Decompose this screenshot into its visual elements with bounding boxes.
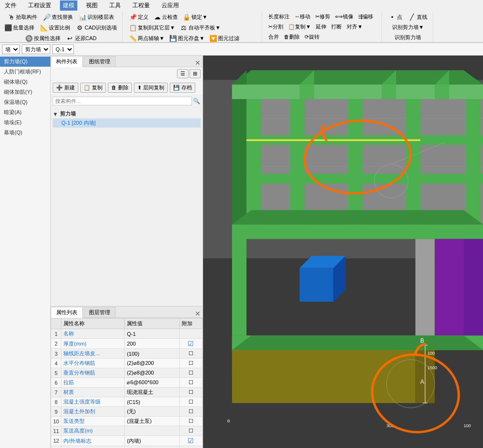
sidebar-item-masonry[interactable]: 砌体墙(Q) bbox=[0, 77, 50, 87]
prop-row-name[interactable]: 混凝土外加剂 bbox=[61, 407, 125, 417]
sidebar-item-shear-wall[interactable]: 剪力墙(Q) bbox=[0, 57, 50, 67]
prop-row-name[interactable]: 垂直分布钢筋 bbox=[61, 368, 125, 378]
prop-row-name[interactable]: 名称 bbox=[61, 329, 125, 339]
menu-cloud[interactable]: 云应用 bbox=[159, 0, 182, 11]
prop-row-checkbox[interactable]: ☐ bbox=[179, 426, 202, 436]
sidebar-item-hidden-beam[interactable]: 暗梁(A) bbox=[0, 107, 50, 117]
prop-row-value[interactable]: 混凝土墙 bbox=[125, 446, 179, 448]
prop-row-name[interactable]: 混凝土强度等级 bbox=[61, 397, 125, 407]
btn-copy-layer[interactable]: 📋复制到其它层▼ bbox=[127, 22, 177, 33]
copy-floor-btn[interactable]: ⬆ 层间复制 bbox=[134, 83, 168, 93]
tab-prop-list[interactable]: 属性列表 bbox=[51, 307, 83, 318]
btn-cloud-check[interactable]: ☁云检查 bbox=[151, 12, 180, 22]
sidebar-item-civil-defense[interactable]: 人防门框墙(RF) bbox=[0, 67, 50, 77]
prop-row-checkbox[interactable]: ☐ bbox=[179, 359, 202, 368]
component-search-input[interactable] bbox=[53, 97, 192, 105]
menu-quantity[interactable]: 工程量 bbox=[130, 0, 153, 11]
prop-row-value[interactable]: Q-1 bbox=[125, 329, 179, 339]
btn-trim[interactable]: ✂修剪 bbox=[313, 12, 333, 22]
btn-mirror[interactable]: ⟺镜像 bbox=[333, 12, 356, 22]
btn-batch-select[interactable]: ⬛批量选择 bbox=[2, 22, 37, 33]
prop-row-value[interactable]: (内墙) bbox=[125, 436, 179, 446]
prop-row-checkbox[interactable]: ☐ bbox=[179, 407, 202, 417]
prop-row-checkbox[interactable]: ☑ bbox=[179, 436, 202, 446]
btn-set-scale[interactable]: 📐设置比例 bbox=[38, 22, 73, 33]
btn-split[interactable]: ✂分割 bbox=[266, 22, 286, 32]
prop-row-checkbox[interactable]: ☐ bbox=[179, 388, 202, 397]
prop-row-name[interactable]: 拉筋 bbox=[61, 378, 125, 388]
properties-panel-close[interactable]: ✕ bbox=[193, 310, 203, 318]
menu-view[interactable]: 视图 bbox=[83, 0, 101, 11]
btn-identify-floor[interactable]: 📊识别楼层表 bbox=[76, 12, 117, 22]
prop-row-value[interactable]: (混凝土泵) bbox=[125, 417, 179, 426]
menu-file[interactable]: 文件 bbox=[2, 0, 19, 11]
prop-row-name[interactable]: 轴线距左墙皮... bbox=[61, 349, 125, 359]
btn-offset[interactable]: ⇶偏移 bbox=[356, 12, 376, 22]
btn-pick[interactable]: 🖱拾取构件 bbox=[5, 12, 40, 22]
btn-merge[interactable]: 合并 bbox=[266, 32, 281, 42]
prop-row-value[interactable] bbox=[125, 426, 179, 436]
btn-cad-options[interactable]: ⚙CAD识别选项 bbox=[73, 22, 119, 33]
prop-row-checkbox[interactable]: ☐ bbox=[179, 397, 202, 407]
component-panel-close[interactable]: ✕ bbox=[193, 59, 203, 67]
prop-row-name[interactable]: 类别 bbox=[61, 446, 125, 448]
prop-row-checkbox[interactable]: ☐ bbox=[179, 446, 202, 448]
btn-lock[interactable]: 🔒锁定▼ bbox=[180, 12, 210, 22]
btn-extend[interactable]: 延伸 bbox=[313, 22, 329, 32]
prop-row-name[interactable]: 厚度(mm) bbox=[61, 339, 125, 349]
tab-layer-mgmt[interactable]: 图层管理 bbox=[84, 307, 116, 318]
btn-move[interactable]: ↔移动 bbox=[292, 12, 313, 22]
prop-row-value[interactable]: (2)⌀8@200 bbox=[125, 368, 179, 378]
search-icon[interactable]: 🔍 bbox=[192, 97, 201, 105]
prop-row-value[interactable]: (C15) bbox=[125, 397, 179, 407]
prop-row-checkbox[interactable]: ☑ bbox=[179, 339, 202, 349]
prop-row-value[interactable]: (100) bbox=[125, 349, 179, 359]
btn-define[interactable]: 📌定义 bbox=[127, 12, 151, 22]
sidebar-item-wall-pier[interactable]: 墙垛(E) bbox=[0, 117, 50, 128]
prop-row-value[interactable]: ⌀6@600*600 bbox=[125, 378, 179, 388]
tree-child-q1[interactable]: Q-1 [200 内墙] bbox=[53, 118, 201, 128]
prop-row-value[interactable]: (2)⌀8@200 bbox=[125, 359, 179, 368]
copy-component-btn[interactable]: 📋 复制 bbox=[80, 83, 106, 93]
btn-find-replace[interactable]: 🔎查找替换 bbox=[41, 12, 75, 22]
prop-row-checkbox[interactable] bbox=[179, 329, 202, 339]
menu-build[interactable]: 建模 bbox=[60, 0, 77, 11]
prop-row-checkbox[interactable]: ☐ bbox=[179, 378, 202, 388]
btn-align[interactable]: 对齐▼ bbox=[344, 22, 365, 32]
btn-point[interactable]: •点 bbox=[386, 12, 405, 22]
new-component-btn[interactable]: ➕ 新建 bbox=[53, 83, 78, 93]
btn-length-mark[interactable]: 长度标注 bbox=[266, 12, 292, 22]
btn-line[interactable]: ╱直线 bbox=[406, 12, 430, 22]
view-list-btn[interactable]: ☰ bbox=[177, 69, 189, 78]
prop-row-name[interactable]: 水平分布钢筋 bbox=[61, 359, 125, 368]
sidebar-item-curtain[interactable]: 幕墙(Q) bbox=[0, 128, 50, 138]
btn-break[interactable]: 打断 bbox=[329, 22, 344, 32]
btn-copy[interactable]: 📋复制▼ bbox=[286, 22, 313, 32]
prop-row-name[interactable]: 内/外墙标志 bbox=[61, 436, 125, 446]
prop-row-checkbox[interactable]: ☐ bbox=[179, 417, 202, 426]
view-grid-btn[interactable]: ⊞ bbox=[190, 69, 201, 78]
prop-row-value[interactable]: (无) bbox=[125, 407, 179, 417]
sidebar-item-masonry-rebar[interactable]: 砌体加筋(Y) bbox=[0, 87, 50, 97]
prop-row-checkbox[interactable]: ☐ bbox=[179, 368, 202, 378]
type-select[interactable]: 墙 bbox=[2, 44, 20, 54]
btn-save-element[interactable]: 💾图元存盘▼ bbox=[167, 33, 207, 43]
tab-drawing-mgmt[interactable]: 图纸管理 bbox=[84, 56, 116, 67]
prop-row-value[interactable]: 现浇混凝土 bbox=[125, 388, 179, 397]
menu-tools[interactable]: 工具 bbox=[106, 0, 124, 11]
btn-identify-wall[interactable]: 识别剪力墙▼ bbox=[390, 22, 426, 32]
btn-identify-wall2[interactable]: 识别剪力墙 bbox=[392, 32, 424, 43]
prop-row-name[interactable]: 材质 bbox=[61, 388, 125, 397]
delete-component-btn[interactable]: 🗑 删除 bbox=[108, 83, 132, 93]
tab-component-list[interactable]: 构件列表 bbox=[51, 56, 83, 67]
subtype-select[interactable]: 剪力墙 bbox=[22, 44, 50, 54]
btn-auto-level[interactable]: ⚖自动平齐板▼ bbox=[177, 22, 223, 33]
btn-filter[interactable]: 🔽图元过滤 bbox=[207, 33, 242, 43]
sidebar-item-insulation[interactable]: 保温墙(Q) bbox=[0, 97, 50, 107]
btn-rotate[interactable]: ⟳旋转 bbox=[302, 32, 322, 42]
btn-restore-cad[interactable]: ↩还原CAD bbox=[64, 33, 99, 43]
menu-settings[interactable]: 工程设置 bbox=[25, 0, 54, 11]
prop-row-value[interactable]: 200 bbox=[125, 339, 179, 349]
btn-delete[interactable]: 🗑删除 bbox=[281, 32, 302, 42]
prop-row-name[interactable]: 泵送高度(m) bbox=[61, 426, 125, 436]
